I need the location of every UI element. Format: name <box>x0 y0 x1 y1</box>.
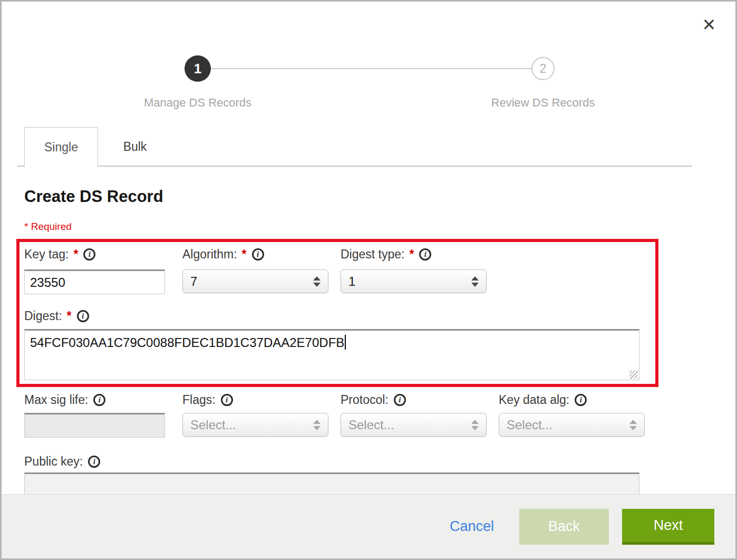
next-button[interactable]: Next <box>622 509 714 545</box>
max-sig-life-input[interactable] <box>24 413 165 438</box>
info-icon[interactable]: i <box>88 456 100 468</box>
page-title: Create DS Record <box>24 187 163 206</box>
required-asterisk: * <box>73 247 78 262</box>
stepper-connector-line <box>198 68 544 69</box>
step-1-label: Manage DS Records <box>92 96 303 110</box>
back-button[interactable]: Back <box>519 509 609 545</box>
select-arrows-icon <box>629 420 637 430</box>
digest-value: 54FCF030AA1C79C0088FDEC1BD1C37DAA2E70DFB <box>30 335 344 350</box>
required-asterisk: * <box>67 309 72 323</box>
select-arrows-icon <box>313 420 321 430</box>
text-cursor <box>345 335 346 350</box>
flags-placeholder: Select... <box>190 418 236 432</box>
resize-handle-icon[interactable] <box>629 370 638 379</box>
algorithm-label-text: Algorithm: <box>182 247 237 262</box>
digest-label-text: Digest: <box>24 309 62 323</box>
digest-type-select[interactable]: 1 <box>341 269 487 293</box>
select-arrows-icon <box>471 276 479 287</box>
protocol-label-text: Protocol: <box>341 393 389 407</box>
protocol-label: Protocol: i <box>341 393 406 407</box>
step-2-label: Review DS Records <box>438 96 648 110</box>
required-note: * Required <box>24 221 72 233</box>
public-key-label: Public key: i <box>24 455 100 469</box>
digest-textarea[interactable]: 54FCF030AA1C79C0088FDEC1BD1C37DAA2E70DFB <box>24 329 639 380</box>
algorithm-select[interactable]: 7 <box>182 269 328 293</box>
digest-type-label-text: Digest type: <box>341 247 404 262</box>
close-icon[interactable]: ✕ <box>697 13 721 36</box>
key-data-alg-placeholder: Select... <box>507 418 552 432</box>
flags-label-text: Flags: <box>182 393 216 407</box>
digest-type-label: Digest type: * i <box>341 247 431 262</box>
select-arrows-icon <box>471 420 479 430</box>
algorithm-selected-value: 7 <box>190 274 197 289</box>
info-icon[interactable]: i <box>83 248 95 260</box>
cancel-button[interactable]: Cancel <box>450 518 494 535</box>
info-icon[interactable]: i <box>419 248 431 260</box>
key-tag-label: Key tag: * i <box>24 247 95 262</box>
select-arrows-icon <box>313 276 321 287</box>
info-icon[interactable]: i <box>77 310 89 322</box>
flags-label: Flags: i <box>182 393 233 407</box>
tab-bulk[interactable]: Bulk <box>98 127 172 167</box>
info-icon[interactable]: i <box>221 394 233 406</box>
digest-label: Digest: * i <box>24 309 89 323</box>
info-icon[interactable]: i <box>252 248 264 260</box>
key-data-alg-select[interactable]: Select... <box>499 413 645 437</box>
info-icon[interactable]: i <box>394 394 406 406</box>
create-ds-record-modal: ✕ 1 2 Manage DS Records Review DS Record… <box>0 0 737 560</box>
info-icon[interactable]: i <box>575 394 587 406</box>
protocol-select[interactable]: Select... <box>341 413 487 437</box>
key-tag-label-text: Key tag: <box>24 247 69 262</box>
key-data-alg-label: Key data alg: i <box>499 393 587 407</box>
required-asterisk: * <box>409 247 414 262</box>
max-sig-life-label: Max sig life: i <box>24 393 105 407</box>
step-2-indicator: 2 <box>531 57 555 80</box>
max-sig-life-label-text: Max sig life: <box>24 393 88 407</box>
info-icon[interactable]: i <box>93 394 105 406</box>
key-data-alg-label-text: Key data alg: <box>499 393 569 407</box>
tab-single[interactable]: Single <box>24 127 98 167</box>
key-tag-input[interactable] <box>24 269 165 294</box>
required-asterisk: * <box>242 247 247 262</box>
protocol-placeholder: Select... <box>348 418 394 432</box>
public-key-textarea[interactable] <box>24 472 639 497</box>
step-1-indicator: 1 <box>185 55 211 82</box>
digest-type-selected-value: 1 <box>348 274 355 289</box>
algorithm-label: Algorithm: * i <box>182 247 264 262</box>
flags-select[interactable]: Select... <box>182 413 328 437</box>
modal-footer: Cancel Back Next <box>2 494 735 558</box>
public-key-label-text: Public key: <box>24 455 83 469</box>
